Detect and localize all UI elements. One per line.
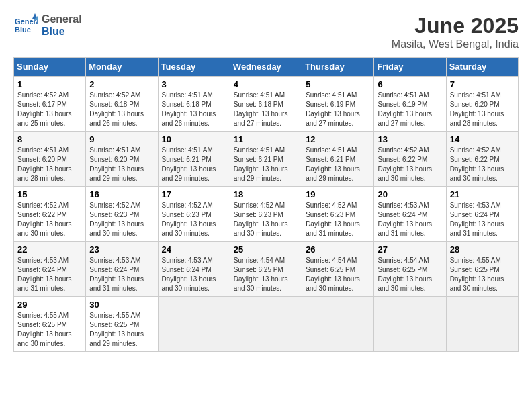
calendar-cell	[446, 297, 518, 352]
calendar-cell: 4Sunrise: 4:51 AM Sunset: 6:18 PM Daylig…	[230, 77, 302, 132]
calendar-cell: 21Sunrise: 4:53 AM Sunset: 6:24 PM Dayli…	[446, 187, 518, 242]
svg-text:Blue: Blue	[15, 26, 31, 34]
calendar-cell: 3Sunrise: 4:51 AM Sunset: 6:18 PM Daylig…	[158, 77, 230, 132]
day-detail: Sunrise: 4:52 AM Sunset: 6:23 PM Dayligh…	[89, 201, 154, 238]
calendar-cell: 23Sunrise: 4:53 AM Sunset: 6:24 PM Dayli…	[86, 242, 158, 297]
day-detail: Sunrise: 4:53 AM Sunset: 6:24 PM Dayligh…	[450, 201, 515, 238]
day-number: 14	[450, 134, 515, 144]
calendar-table: Sunday Monday Tuesday Wednesday Thursday…	[13, 57, 519, 352]
calendar-cell: 29Sunrise: 4:55 AM Sunset: 6:25 PM Dayli…	[14, 297, 86, 352]
day-number: 15	[17, 189, 82, 199]
day-detail: Sunrise: 4:51 AM Sunset: 6:21 PM Dayligh…	[306, 146, 370, 183]
calendar-cell	[302, 297, 374, 352]
day-detail: Sunrise: 4:54 AM Sunset: 6:25 PM Dayligh…	[234, 256, 298, 293]
day-number: 4	[234, 79, 298, 89]
day-number: 18	[234, 189, 298, 199]
day-number: 28	[450, 244, 515, 255]
header-row: Sunday Monday Tuesday Wednesday Thursday…	[14, 58, 519, 77]
calendar-cell: 30Sunrise: 4:55 AM Sunset: 6:25 PM Dayli…	[86, 297, 158, 352]
day-detail: Sunrise: 4:51 AM Sunset: 6:18 PM Dayligh…	[162, 91, 226, 128]
day-number: 27	[378, 244, 442, 255]
calendar-cell: 22Sunrise: 4:53 AM Sunset: 6:24 PM Dayli…	[14, 242, 86, 297]
calendar-cell: 1Sunrise: 4:52 AM Sunset: 6:17 PM Daylig…	[14, 77, 86, 132]
day-number: 26	[306, 244, 370, 255]
day-detail: Sunrise: 4:51 AM Sunset: 6:20 PM Dayligh…	[17, 146, 82, 183]
calendar-cell: 11Sunrise: 4:51 AM Sunset: 6:21 PM Dayli…	[230, 132, 302, 187]
day-number: 29	[17, 300, 82, 310]
day-number: 3	[162, 79, 226, 89]
col-wednesday: Wednesday	[230, 58, 302, 77]
calendar-cell: 18Sunrise: 4:52 AM Sunset: 6:23 PM Dayli…	[230, 187, 302, 242]
day-detail: Sunrise: 4:52 AM Sunset: 6:23 PM Dayligh…	[234, 201, 298, 238]
calendar-cell: 9Sunrise: 4:51 AM Sunset: 6:20 PM Daylig…	[86, 132, 158, 187]
day-detail: Sunrise: 4:52 AM Sunset: 6:22 PM Dayligh…	[450, 146, 515, 183]
col-sunday: Sunday	[14, 58, 86, 77]
location-title: Masila, West Bengal, India	[392, 38, 519, 50]
day-detail: Sunrise: 4:54 AM Sunset: 6:25 PM Dayligh…	[378, 256, 442, 293]
day-detail: Sunrise: 4:55 AM Sunset: 6:25 PM Dayligh…	[89, 311, 154, 349]
day-detail: Sunrise: 4:51 AM Sunset: 6:18 PM Dayligh…	[234, 91, 298, 128]
day-detail: Sunrise: 4:53 AM Sunset: 6:24 PM Dayligh…	[378, 201, 442, 238]
day-detail: Sunrise: 4:55 AM Sunset: 6:25 PM Dayligh…	[450, 256, 515, 293]
day-number: 21	[450, 189, 515, 199]
calendar-cell: 24Sunrise: 4:53 AM Sunset: 6:24 PM Dayli…	[158, 242, 230, 297]
col-thursday: Thursday	[302, 58, 374, 77]
calendar-cell: 16Sunrise: 4:52 AM Sunset: 6:23 PM Dayli…	[86, 187, 158, 242]
day-number: 9	[89, 134, 154, 144]
day-number: 22	[17, 244, 82, 255]
calendar-week-1: 8Sunrise: 4:51 AM Sunset: 6:20 PM Daylig…	[14, 132, 519, 187]
calendar-cell: 12Sunrise: 4:51 AM Sunset: 6:21 PM Dayli…	[302, 132, 374, 187]
day-number: 7	[450, 79, 515, 89]
day-detail: Sunrise: 4:53 AM Sunset: 6:24 PM Dayligh…	[162, 256, 226, 293]
day-number: 6	[378, 79, 442, 89]
month-title: June 2025	[392, 13, 519, 38]
day-detail: Sunrise: 4:52 AM Sunset: 6:22 PM Dayligh…	[378, 146, 442, 183]
day-detail: Sunrise: 4:53 AM Sunset: 6:24 PM Dayligh…	[89, 256, 154, 293]
col-tuesday: Tuesday	[158, 58, 230, 77]
calendar-week-2: 15Sunrise: 4:52 AM Sunset: 6:22 PM Dayli…	[14, 187, 519, 242]
calendar-cell: 19Sunrise: 4:52 AM Sunset: 6:23 PM Dayli…	[302, 187, 374, 242]
day-detail: Sunrise: 4:52 AM Sunset: 6:18 PM Dayligh…	[89, 91, 154, 128]
day-detail: Sunrise: 4:51 AM Sunset: 6:21 PM Dayligh…	[162, 146, 226, 183]
col-monday: Monday	[86, 58, 158, 77]
calendar-cell: 17Sunrise: 4:52 AM Sunset: 6:23 PM Dayli…	[158, 187, 230, 242]
calendar-cell: 6Sunrise: 4:51 AM Sunset: 6:19 PM Daylig…	[374, 77, 446, 132]
col-friday: Friday	[374, 58, 446, 77]
calendar-cell	[374, 297, 446, 352]
day-detail: Sunrise: 4:52 AM Sunset: 6:23 PM Dayligh…	[306, 201, 370, 238]
day-detail: Sunrise: 4:55 AM Sunset: 6:25 PM Dayligh…	[17, 311, 82, 349]
logo-text: GeneralBlue	[42, 13, 82, 38]
day-number: 12	[306, 134, 370, 144]
calendar-cell: 27Sunrise: 4:54 AM Sunset: 6:25 PM Dayli…	[374, 242, 446, 297]
day-number: 8	[17, 134, 82, 144]
calendar-cell	[230, 297, 302, 352]
day-detail: Sunrise: 4:51 AM Sunset: 6:19 PM Dayligh…	[378, 91, 442, 128]
calendar-cell: 20Sunrise: 4:53 AM Sunset: 6:24 PM Dayli…	[374, 187, 446, 242]
calendar-cell	[158, 297, 230, 352]
calendar-cell: 28Sunrise: 4:55 AM Sunset: 6:25 PM Dayli…	[446, 242, 518, 297]
day-number: 13	[378, 134, 442, 144]
calendar-cell: 15Sunrise: 4:52 AM Sunset: 6:22 PM Dayli…	[14, 187, 86, 242]
day-detail: Sunrise: 4:51 AM Sunset: 6:20 PM Dayligh…	[89, 146, 154, 183]
calendar-cell: 13Sunrise: 4:52 AM Sunset: 6:22 PM Dayli…	[374, 132, 446, 187]
day-number: 17	[162, 189, 226, 199]
col-saturday: Saturday	[446, 58, 518, 77]
day-detail: Sunrise: 4:51 AM Sunset: 6:20 PM Dayligh…	[450, 91, 515, 128]
calendar-week-0: 1Sunrise: 4:52 AM Sunset: 6:17 PM Daylig…	[14, 77, 519, 132]
logo: General Blue GeneralBlue	[13, 13, 82, 38]
calendar-cell: 5Sunrise: 4:51 AM Sunset: 6:19 PM Daylig…	[302, 77, 374, 132]
day-number: 16	[89, 189, 154, 199]
day-detail: Sunrise: 4:52 AM Sunset: 6:22 PM Dayligh…	[17, 201, 82, 238]
calendar-cell: 14Sunrise: 4:52 AM Sunset: 6:22 PM Dayli…	[446, 132, 518, 187]
calendar-cell: 8Sunrise: 4:51 AM Sunset: 6:20 PM Daylig…	[14, 132, 86, 187]
day-number: 24	[162, 244, 226, 255]
calendar-cell: 26Sunrise: 4:54 AM Sunset: 6:25 PM Dayli…	[302, 242, 374, 297]
day-detail: Sunrise: 4:51 AM Sunset: 6:21 PM Dayligh…	[234, 146, 298, 183]
day-detail: Sunrise: 4:51 AM Sunset: 6:19 PM Dayligh…	[306, 91, 370, 128]
day-number: 30	[89, 300, 154, 310]
day-number: 25	[234, 244, 298, 255]
calendar-week-4: 29Sunrise: 4:55 AM Sunset: 6:25 PM Dayli…	[14, 297, 519, 352]
day-detail: Sunrise: 4:52 AM Sunset: 6:17 PM Dayligh…	[17, 91, 82, 128]
day-number: 1	[17, 79, 82, 89]
day-number: 5	[306, 79, 370, 89]
